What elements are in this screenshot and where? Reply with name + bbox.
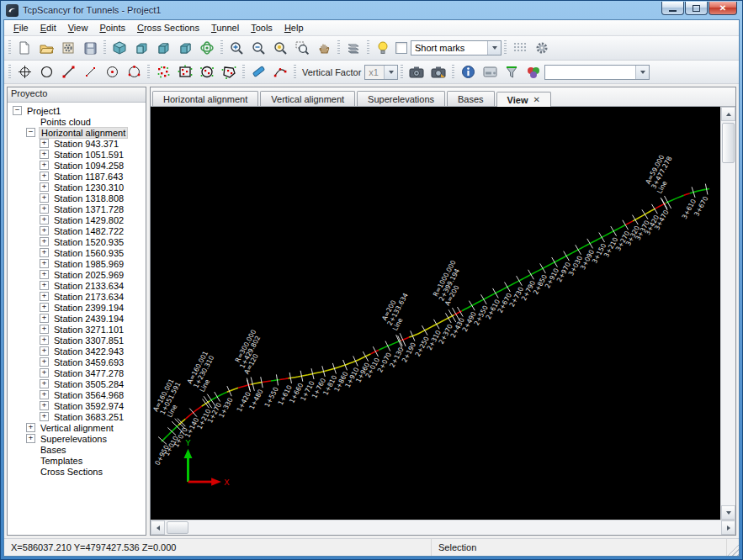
tree-item-label[interactable]: Station 3683.251 [52, 412, 125, 422]
marks-mode-combo[interactable]: Short marks [411, 40, 502, 55]
tree-item-label[interactable]: Station 3459.693 [52, 357, 125, 367]
tree-item-bases[interactable]: Bases [9, 444, 146, 455]
tree-item-label[interactable]: Station 3564.968 [52, 390, 125, 400]
tree-item-templates[interactable]: Templates [9, 455, 146, 466]
tree-item-label[interactable]: Station 1429.802 [52, 215, 125, 225]
plus-expander-icon[interactable]: + [40, 346, 49, 356]
tree-item-station-3683-251[interactable]: +Station 3683.251 [9, 411, 146, 422]
tree-item-label[interactable]: Station 3271.101 [52, 325, 125, 335]
cross-sections-stack-button[interactable] [342, 38, 364, 58]
minimize-button[interactable] [661, 2, 684, 15]
zoom-out-button[interactable] [247, 38, 269, 58]
tree-item-label[interactable]: Station 3307.851 [52, 335, 125, 346]
tree-item-label[interactable]: Station 1094.258 [52, 161, 125, 171]
filter-button[interactable] [501, 62, 523, 82]
tree-item-points-cloud[interactable]: Points cloud [9, 116, 146, 127]
tree-item-label[interactable]: Station 2439.194 [52, 314, 125, 324]
circle-points-tool[interactable] [123, 62, 145, 82]
select-points-tool[interactable] [152, 62, 174, 82]
plus-expander-icon[interactable]: + [40, 215, 49, 225]
save-button[interactable] [79, 38, 101, 58]
tree-item-station-1187-643[interactable]: +Station 1187.643 [9, 171, 146, 182]
plus-expander-icon[interactable]: + [40, 281, 49, 290]
tree-item-label[interactable]: Station 3422.943 [52, 346, 125, 357]
tree-item-label[interactable]: Templates [39, 456, 84, 466]
tree-item-station-1560-935[interactable]: +Station 1560.935 [9, 247, 146, 258]
view-top-button[interactable] [152, 38, 174, 58]
vertical-factor-combo[interactable]: x1 [364, 65, 398, 80]
tree-item-label[interactable]: Station 1230.310 [52, 182, 125, 193]
close-button[interactable]: ✕ [709, 2, 737, 15]
plus-expander-icon[interactable]: + [40, 270, 49, 279]
snapshot-button[interactable] [406, 62, 427, 82]
tree-item-station-3271-101[interactable]: +Station 3271.101 [9, 324, 146, 335]
points-grid-button[interactable] [509, 38, 531, 58]
scroll-down-icon[interactable] [721, 505, 735, 520]
tree-item-station-1094-258[interactable]: +Station 1094.258 [9, 160, 146, 171]
menu-tools[interactable]: Tools [245, 22, 279, 34]
line-two-points-tool[interactable] [57, 62, 79, 82]
view-3d-button[interactable] [109, 38, 130, 58]
select-circle-tool[interactable] [196, 62, 218, 82]
title-bar[interactable]: TcpScancyr for Tunnels - Project1 ✕ [1, 1, 742, 19]
tree-item-label[interactable]: Station 3505.284 [52, 379, 125, 389]
tree-item-station-1230-310[interactable]: +Station 1230.310 [9, 182, 146, 193]
polyline-arc-tool[interactable] [269, 62, 291, 82]
plus-expander-icon[interactable]: + [40, 335, 49, 345]
select-rectangle-tool[interactable] [174, 62, 196, 82]
tree-item-label[interactable]: Station 1187.643 [52, 172, 125, 182]
plus-expander-icon[interactable]: + [40, 368, 49, 378]
tree-item-station-2025-969[interactable]: +Station 2025.969 [9, 269, 146, 280]
pan-button[interactable] [313, 38, 335, 58]
tree-item-project1[interactable]: −Project1 [9, 105, 146, 116]
vertical-scroll-thumb[interactable] [722, 123, 735, 163]
tree-item-label[interactable]: Station 2173.634 [52, 292, 125, 302]
plus-expander-icon[interactable]: + [40, 182, 49, 192]
project-settings-button[interactable] [57, 38, 79, 58]
measure-tool[interactable] [247, 62, 269, 82]
plus-expander-icon[interactable]: + [40, 379, 49, 388]
plus-expander-icon[interactable]: + [40, 204, 49, 214]
minus-expander-icon[interactable]: − [13, 106, 22, 115]
tab-vertical-alignment[interactable]: Vertical alignment [260, 91, 355, 106]
tree-item-station-1482-722[interactable]: +Station 1482.722 [9, 225, 146, 236]
short-marks-checkbox[interactable] [395, 42, 407, 54]
tree-item-station-2133-634[interactable]: +Station 2133.634 [9, 280, 146, 291]
view-front-button[interactable] [130, 38, 152, 58]
orbit-button[interactable] [196, 38, 218, 58]
tree-item-superelevations[interactable]: +Superelevations [9, 433, 146, 444]
menu-file[interactable]: File [8, 22, 34, 34]
tree-item-label[interactable]: Station 1520.935 [52, 237, 125, 247]
menu-tunnel[interactable]: Tunnel [205, 22, 245, 34]
tree-item-station-3422-943[interactable]: +Station 3422.943 [9, 346, 146, 357]
tree-item-label[interactable]: Station 2025.969 [52, 270, 125, 280]
tab-view[interactable]: View✕ [496, 92, 551, 107]
vertical-factor-combo-arrow[interactable] [384, 66, 397, 79]
zoom-in-button[interactable] [226, 38, 247, 58]
circle-tool[interactable] [35, 62, 57, 82]
info-button[interactable] [457, 62, 479, 82]
tree-item-label[interactable]: Station 1985.969 [52, 259, 125, 269]
horizontal-scroll-thumb[interactable] [167, 521, 188, 534]
tree-item-station-3307-851[interactable]: +Station 3307.851 [9, 335, 146, 346]
scroll-left-icon[interactable] [151, 520, 165, 535]
plus-expander-icon[interactable]: + [40, 314, 49, 323]
tree-item-station-1371-728[interactable]: +Station 1371.728 [9, 203, 146, 214]
plus-expander-icon[interactable]: + [40, 226, 49, 235]
plus-expander-icon[interactable]: + [40, 150, 49, 159]
tree-item-label[interactable]: Station 1051.591 [52, 150, 125, 160]
tree-item-station-1985-969[interactable]: +Station 1985.969 [9, 258, 146, 269]
zoom-extents-button[interactable] [269, 38, 291, 58]
tree-item-label[interactable]: Station 1482.722 [52, 226, 125, 236]
alignment-plot[interactable]: 0+9501+0101+0701+1401+2101+2701+3301+420… [151, 107, 720, 520]
tree-item-station-1429-802[interactable]: +Station 1429.802 [9, 214, 146, 225]
plus-expander-icon[interactable]: + [40, 259, 49, 268]
tree-item-station-1318-808[interactable]: +Station 1318.808 [9, 193, 146, 203]
tree-item-cross-sections[interactable]: Cross Sections [9, 466, 146, 477]
tab-close-icon[interactable]: ✕ [533, 95, 539, 104]
plus-expander-icon[interactable]: + [26, 423, 35, 432]
marks-lamp-icon[interactable] [372, 38, 394, 58]
settings-gear-button[interactable] [531, 38, 553, 58]
tree-item-label[interactable]: Station 1560.935 [52, 248, 125, 258]
plus-expander-icon[interactable]: + [40, 139, 49, 148]
